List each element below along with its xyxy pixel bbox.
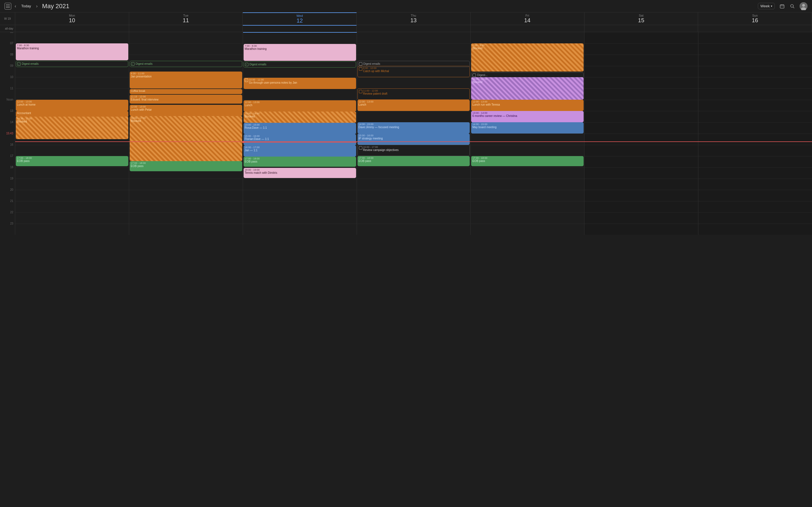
event-mon-accountant[interactable]: Accountant — [16, 111, 128, 117]
event-thu-lunch[interactable]: 12:00 - 13:00 Lunch — [357, 100, 470, 111]
event-wed-user-persona[interactable]: ✓ 10:00 - 11:00 Go through user-persona … — [244, 78, 356, 89]
day-col-mon[interactable]: 7:00 - 8:30 Marathon training ✓ Digest e… — [15, 32, 129, 235]
day-header-sun[interactable]: Sun 16 — [698, 12, 812, 25]
day-col-sat[interactable] — [585, 32, 698, 235]
header-right: Week ▾ — [758, 2, 808, 10]
event-thu-eob[interactable]: 17:00 - 18:00 EOB pass — [357, 156, 470, 166]
event-wed-marathon[interactable]: 7:00 - 8:30 Marathon training — [244, 44, 356, 61]
allday-sun[interactable] — [698, 25, 812, 32]
view-selector[interactable]: Week ▾ — [758, 3, 775, 9]
event-tue-lunch[interactable]: 12:00 - 13:00 Lunch with Petar — [130, 105, 242, 116]
nav-next-button[interactable]: › — [35, 3, 39, 10]
event-wed-jan-11[interactable]: 16:00 - 17:00 Jan — 1:1 — [244, 145, 356, 157]
chevron-down-icon: ▾ — [771, 4, 772, 8]
day-header-tue[interactable]: Tue 11 — [129, 12, 243, 25]
day-header-thu[interactable]: Thu 13 — [357, 12, 470, 25]
checkbox-checked: ✓ — [131, 62, 135, 66]
event-time: 9:00 - 10:00 — [363, 67, 389, 69]
event-tue-coffee[interactable]: Coffee break — [130, 89, 242, 94]
event-fri-lunch-teresa[interactable]: 12:00 - 13:00 Lunch run with Teresa — [471, 100, 583, 111]
day-col-tue[interactable]: ✓ Digest emails 9:30 - 11:00 Jan present… — [129, 32, 243, 235]
sidebar-toggle-button[interactable] — [4, 3, 11, 10]
header-left: ‹ Today › May 2021 — [4, 3, 758, 10]
event-title: Review campaign objectives — [363, 149, 399, 152]
event-title: Eduard: final interview — [131, 98, 241, 101]
checkbox-empty — [472, 73, 476, 77]
event-title: Review patent draft — [363, 92, 388, 96]
allday-wed[interactable] — [243, 25, 357, 32]
today-button[interactable]: Today — [19, 3, 33, 9]
event-title: IP strategy meeting — [359, 137, 469, 140]
event-title: EOB pass — [245, 160, 355, 163]
allday-tue[interactable] — [129, 25, 243, 32]
day-header-wed[interactable]: Wed 12 — [243, 12, 357, 25]
event-title: Digest emails — [250, 63, 266, 66]
allday-sat[interactable] — [585, 25, 698, 32]
event-tue-jan-pres[interactable]: 9:30 - 11:00 Jan presentation — [130, 71, 242, 89]
event-wed-tennis[interactable]: 18:00 - 19:00 Tennis match with Dimitris — [244, 168, 356, 178]
event-time: 17:00 - 18:00 — [359, 157, 469, 159]
checkbox-empty — [359, 62, 362, 66]
event-thu-ip-strategy[interactable]: 15:00 - 16:00 IP strategy meeting — [357, 133, 470, 145]
event-wed-eob[interactable]: 17:00 - 18:00 EOB pass — [244, 157, 356, 167]
event-title: Digest emails — [363, 62, 380, 66]
day-header-sat[interactable]: Sat 15 — [585, 12, 698, 25]
event-time: 7:00 - 8:30 — [245, 45, 355, 47]
time-grid-scroll[interactable]: 06 07 08 09 10 11 Noon 13 14 15:43 16 17… — [0, 32, 812, 253]
user-avatar[interactable] — [800, 2, 808, 10]
event-tue-eob[interactable]: 17:00 - 18:00 EOB pass — [130, 161, 242, 171]
event-wed-florian-dave[interactable]: 15:00 - 16:00 Florian:Dave — 1:1 — [244, 134, 356, 145]
event-mon-eob[interactable]: 17:00 - 18:00 EOB pass — [16, 156, 128, 166]
event-mon-lunch[interactable]: 12:00 - 13:00 Lunch at home — [16, 100, 128, 111]
allday-fri[interactable] — [470, 25, 585, 32]
day-col-wed[interactable]: 7:00 - 8:30 Marathon training ✓ Digest e… — [243, 32, 357, 235]
event-title: Lunch with Petar — [131, 108, 241, 112]
event-wed-blocked[interactable]: 13:00 - 14:00 Blocked — [244, 112, 356, 123]
event-thu-review-campaign[interactable]: 16:00 - 17:00 Review campaign objectives — [357, 145, 470, 156]
event-fri-career-review[interactable]: 13:00 - 14:00 6 months career review — C… — [471, 111, 583, 122]
event-tue-blocked[interactable]: 13:00 - 17:00 Blocked — [130, 116, 242, 161]
event-tue-eduard[interactable]: 11:15 - 12:00 Eduard: final interview — [130, 95, 242, 104]
event-time: 10:00 - 12:00 — [472, 78, 582, 80]
event-thu-michal[interactable]: 9:00 - 10:00 Catch up with Michal — [357, 66, 470, 77]
current-time-line — [243, 142, 357, 143]
calendar-header: ‹ Today › May 2021 Week ▾ — [0, 0, 812, 12]
event-wed-lunch[interactable]: 12:00 - 13:00 Lunch — [244, 100, 356, 112]
event-title: Accountant — [17, 112, 127, 115]
day-header-fri[interactable]: Fri 14 — [470, 12, 585, 25]
event-fri-blocked-purple[interactable]: 10:00 - 12:00 Blocked — [471, 77, 583, 100]
event-wed-rosa-dave[interactable]: 14:00 - 15:00 Rosa:Dave — 1:1 — [244, 123, 356, 134]
event-time: 7:00 - 8:30 — [17, 44, 127, 47]
event-mon-blocked[interactable]: 14:30 - 17:00 Blocked — [16, 117, 128, 139]
event-wed-digest[interactable]: ✓ Digest emails — [244, 61, 356, 68]
event-fri-blocked-morning[interactable]: 7:00 - 9:30 Blocked — [471, 43, 583, 71]
allday-thu[interactable] — [357, 25, 470, 32]
checkbox-empty — [359, 90, 362, 93]
calendar-icon[interactable] — [779, 3, 785, 9]
time-grid: 06 07 08 09 10 11 Noon 13 14 15:43 16 17… — [0, 32, 812, 235]
svg-rect-2 — [6, 7, 10, 8]
checkbox-empty — [359, 67, 362, 71]
day-col-thu[interactable]: Digest emails 9:00 - 10:00 Catch up with… — [357, 32, 471, 235]
search-icon[interactable] — [790, 3, 795, 9]
event-time: 14:00 - 15:00 — [245, 123, 355, 126]
event-title: Go through user-persona notes by Jan — [249, 81, 297, 84]
event-title: Blocked — [17, 120, 127, 123]
allday-mon[interactable] — [15, 25, 129, 32]
event-tue-digest[interactable]: ✓ Digest emails — [130, 61, 242, 67]
day-header-mon[interactable]: Mon 10 — [15, 12, 129, 25]
event-fri-eob[interactable]: 17:00 - 18:00 EOB pass — [471, 156, 583, 166]
event-fri-board-meeting[interactable]: 14:00 - 15:00 May board meeting — [471, 122, 583, 133]
event-mon-digest[interactable]: ✓ Digest emails — [16, 61, 128, 67]
event-thu-patent[interactable]: 11:00 - 12:00 Review patent draft — [357, 89, 470, 100]
allday-row: all-day — [0, 25, 812, 32]
event-title: EOB pass — [359, 159, 469, 163]
event-mon-marathon[interactable]: 7:00 - 8:30 Marathon training — [16, 43, 128, 60]
nav-prev-button[interactable]: ‹ — [13, 3, 17, 10]
day-col-sun[interactable] — [698, 32, 812, 235]
event-title: Coffee break — [131, 90, 241, 93]
event-title: Jan presentation — [131, 75, 241, 78]
event-thu-dave-jimmy[interactable]: 14:00 - 15:00 Dave:Jimmy — focused meeti… — [357, 122, 470, 133]
day-col-fri[interactable]: 7:00 - 9:30 Blocked Digest... 10:00 - 12… — [470, 32, 585, 235]
event-time: 13:00 - 17:00 — [131, 117, 241, 119]
